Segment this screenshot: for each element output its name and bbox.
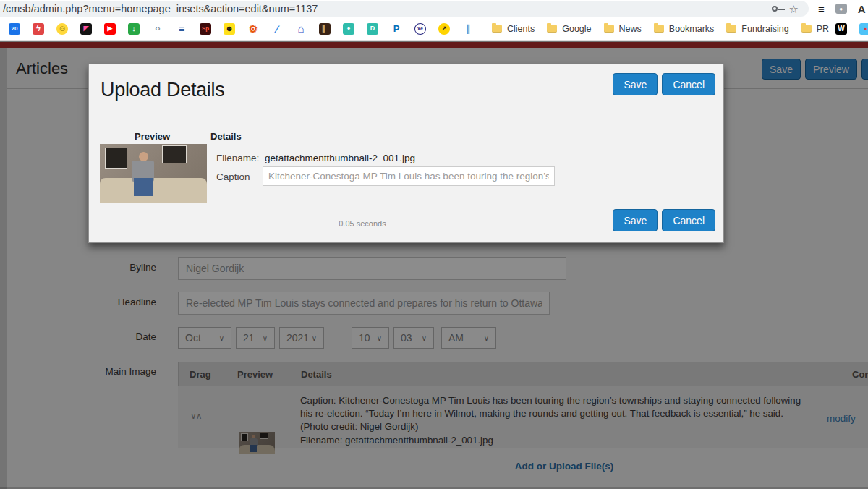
modal-details-header: Details bbox=[210, 131, 242, 142]
bookmark-folder-clients[interactable]: Clients bbox=[492, 24, 535, 34]
bookmark-folder-label: Clients bbox=[507, 24, 535, 34]
webcam-icon[interactable]: ● bbox=[859, 23, 868, 35]
photo-window bbox=[105, 148, 127, 169]
folder-icon bbox=[654, 25, 664, 33]
calendar-icon[interactable]: 20 bbox=[9, 23, 20, 35]
upload-details-modal: Upload Details Save Cancel Preview Detai… bbox=[88, 64, 724, 243]
modal-caption-input[interactable] bbox=[263, 166, 555, 186]
browser-chrome: /cmsb/admin.php?menu=homepage_insets&act… bbox=[0, 0, 868, 41]
modal-cancel-button-top[interactable]: Cancel bbox=[662, 73, 715, 95]
bookmark-folder-google[interactable]: Google bbox=[547, 24, 591, 34]
modal-timing-text: 0.05 seconds bbox=[290, 219, 435, 228]
photo-person-head bbox=[139, 152, 148, 162]
modal-top-buttons: Save Cancel bbox=[613, 73, 715, 95]
profile-avatar[interactable]: A bbox=[858, 3, 866, 15]
photo-window bbox=[162, 145, 187, 163]
gear-icon[interactable]: ⚙ bbox=[247, 23, 259, 35]
modal-caption-label: Caption bbox=[216, 171, 250, 182]
smiley-icon[interactable]: ☺ bbox=[56, 23, 68, 35]
url-text: /cmsb/admin.php?menu=homepage_insets&act… bbox=[3, 3, 318, 14]
bookmark-star-icon[interactable]: ☆ bbox=[789, 4, 799, 14]
stack-extension-icon[interactable]: ≡ bbox=[818, 4, 825, 14]
xe-icon[interactable]: xe bbox=[414, 23, 426, 35]
bookmark-folder-label: Fundraising bbox=[741, 24, 788, 34]
omnibox-icons: ☆ bbox=[772, 4, 799, 14]
password-key-icon[interactable] bbox=[772, 6, 778, 12]
spark-icon[interactable]: Sp bbox=[200, 23, 211, 35]
d-app-icon[interactable]: D bbox=[367, 23, 378, 35]
folder-icon bbox=[547, 25, 557, 33]
mailchimp-icon[interactable]: ☻ bbox=[224, 23, 235, 35]
paypal-icon[interactable]: P bbox=[391, 23, 402, 35]
bookmark-folder-fundraising[interactable]: Fundraising bbox=[726, 24, 788, 34]
bookmark-folder-news[interactable]: News bbox=[604, 24, 642, 34]
wave-icon[interactable]: ∥ bbox=[462, 23, 474, 35]
modal-bottom-buttons: Save Cancel bbox=[613, 209, 715, 231]
modal-preview-header: Preview bbox=[135, 131, 170, 142]
home-icon[interactable]: ⌂ bbox=[295, 23, 307, 35]
photo-person-legs bbox=[134, 178, 153, 196]
modal-filename-value: getattachmentthumbnail-2_001.jpg bbox=[265, 153, 415, 163]
folder-icon bbox=[801, 25, 812, 33]
bookmarks-bar: 20ϟ☺◤▶↓‹›≡Sp☻⚙∕⌂▌♦DPxe↗∥ClientsGoogleNew… bbox=[0, 17, 868, 41]
clock-icon[interactable]: ↗ bbox=[438, 23, 450, 35]
modal-save-button-bottom[interactable]: Save bbox=[613, 209, 658, 231]
lightning-icon[interactable]: ϟ bbox=[33, 23, 44, 35]
bookmark-folder-label: News bbox=[619, 24, 642, 34]
folder-icon bbox=[726, 25, 736, 33]
youtube-icon[interactable]: ▶ bbox=[104, 23, 116, 35]
extension-area: ≡ ● A bbox=[818, 3, 866, 15]
folder-icon bbox=[492, 25, 502, 33]
folder-icon bbox=[604, 25, 614, 33]
modal-preview-image bbox=[100, 144, 207, 203]
bookmark-folder-pr[interactable]: PR bbox=[801, 24, 829, 34]
book-icon[interactable]: ▌ bbox=[319, 23, 331, 35]
bookmark-folder-label: PR bbox=[817, 24, 829, 34]
omnibox-row: /cmsb/admin.php?menu=homepage_insets&act… bbox=[0, 0, 868, 17]
key-tool-icon[interactable]: ∕ bbox=[271, 23, 283, 35]
modal-filename-label: Filename: bbox=[216, 153, 259, 163]
tag-icon[interactable]: ♦ bbox=[343, 23, 354, 35]
bookmark-folder-bookmarks[interactable]: Bookmarks bbox=[654, 24, 715, 34]
modal-save-button-top[interactable]: Save bbox=[613, 73, 658, 95]
modal-title: Upload Details bbox=[101, 79, 224, 101]
bookmark-folder-label: Bookmarks bbox=[669, 24, 715, 34]
url-bar[interactable]: /cmsb/admin.php?menu=homepage_insets&act… bbox=[0, 1, 809, 17]
photo-couch bbox=[100, 178, 207, 203]
modal-cancel-button-bottom[interactable]: Cancel bbox=[662, 209, 715, 231]
stack-icon[interactable]: ≡ bbox=[176, 23, 187, 35]
download-icon[interactable]: ↓ bbox=[128, 23, 140, 35]
code-icon[interactable]: ‹› bbox=[152, 23, 163, 35]
pocket-icon[interactable]: ◤ bbox=[80, 23, 92, 35]
camera-extension-icon[interactable]: ● bbox=[835, 4, 847, 14]
wikipedia-icon[interactable]: W bbox=[835, 23, 847, 35]
cms-page: Articles Save Preview Byline Headline Da… bbox=[0, 41, 868, 489]
bookmark-folder-label: Google bbox=[562, 24, 591, 34]
